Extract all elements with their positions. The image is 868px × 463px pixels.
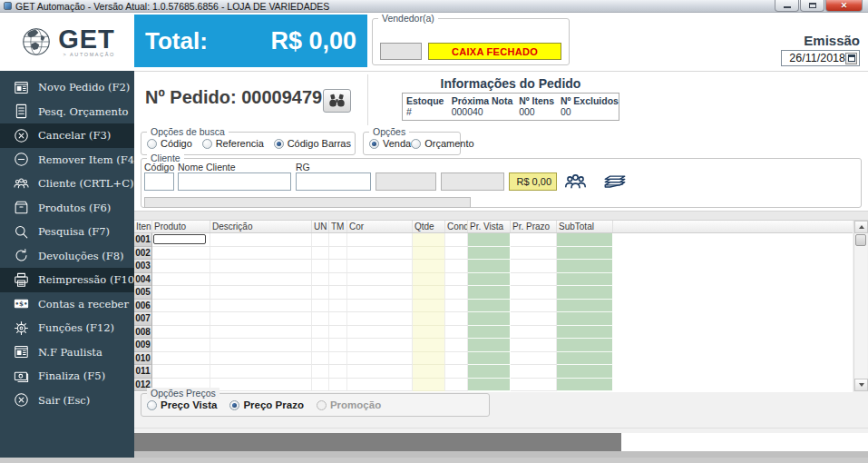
sidebar-item-finaliza-f5[interactable]: Finaliza (F5)	[0, 364, 134, 389]
column-header-cor[interactable]: Cor	[347, 221, 413, 232]
cell-descricao[interactable]	[210, 326, 312, 340]
cell-pr-vista[interactable]	[468, 326, 511, 340]
cell-produto[interactable]	[152, 312, 210, 326]
radio-venda[interactable]: Venda	[369, 138, 411, 149]
cell-subtotal[interactable]	[557, 326, 613, 340]
cell-qtde[interactable]	[413, 260, 445, 273]
sidebar-item-n-f-paulista[interactable]: N.F Paulista	[0, 340, 134, 365]
cell-cond[interactable]	[445, 273, 468, 287]
cell-pr-prazo[interactable]	[511, 247, 557, 261]
cell-subtotal[interactable]	[557, 286, 613, 300]
cell-descricao[interactable]	[210, 286, 312, 300]
cell-qtde[interactable]	[413, 273, 445, 287]
cell-un[interactable]	[312, 326, 329, 340]
table-row-010[interactable]: 010	[134, 352, 853, 366]
cell-un[interactable]	[312, 352, 329, 366]
cell-descricao[interactable]	[210, 300, 312, 313]
column-header-pr-vista[interactable]: Pr. Vista	[468, 221, 511, 232]
cell-qtde[interactable]	[413, 286, 445, 300]
radio-codigo-barras[interactable]: Código Barras	[274, 138, 351, 149]
cell-tm[interactable]	[329, 233, 347, 247]
cell-qtde[interactable]	[413, 326, 445, 340]
cell-tm[interactable]	[329, 273, 347, 287]
table-row-011[interactable]: 011	[134, 365, 853, 379]
cell-produto[interactable]	[152, 352, 210, 366]
cell-pr-vista[interactable]	[468, 339, 511, 352]
cell-cor[interactable]	[347, 365, 413, 379]
cell-qtde[interactable]	[413, 247, 445, 261]
cell-cor[interactable]	[347, 339, 413, 352]
cell-subtotal[interactable]	[557, 247, 613, 261]
cell-tm[interactable]	[329, 326, 347, 340]
scroll-down-button[interactable]	[854, 379, 868, 391]
cell-pr-prazo[interactable]	[511, 312, 557, 326]
cell-cor[interactable]	[347, 260, 413, 273]
cell-produto[interactable]	[152, 326, 210, 340]
cell-pr-prazo[interactable]	[511, 326, 557, 340]
cell-produto[interactable]	[152, 365, 210, 379]
cell-un[interactable]	[312, 365, 329, 379]
radio-button-icon[interactable]	[147, 400, 157, 410]
clients-icon[interactable]	[563, 171, 588, 195]
cell-descricao[interactable]	[210, 260, 312, 273]
cell-descricao[interactable]	[210, 352, 312, 366]
radio-codigo[interactable]: Código	[147, 138, 192, 149]
sidebar-item-pesq-orcamento[interactable]: Pesq. Orçamento	[0, 100, 134, 124]
cell-tm[interactable]	[329, 312, 347, 326]
cell-un[interactable]	[312, 286, 329, 300]
cell-cond[interactable]	[445, 260, 468, 273]
cell-cor[interactable]	[347, 326, 413, 340]
codigo-input[interactable]	[144, 172, 174, 191]
cell-pr-prazo[interactable]	[511, 286, 557, 300]
cell-pr-prazo[interactable]	[511, 352, 557, 366]
vendedor-code-input[interactable]	[380, 43, 422, 60]
table-row-007[interactable]: 007	[134, 312, 853, 326]
cell-pr-vista[interactable]	[468, 352, 511, 366]
cell-qtde[interactable]	[413, 339, 445, 352]
cash-icon[interactable]	[602, 171, 628, 194]
minimize-button[interactable]	[775, 0, 799, 12]
sidebar-item-sair-esc[interactable]: Sair (Esc)	[0, 389, 134, 413]
table-row-005[interactable]: 005	[134, 286, 853, 300]
scroll-up-button[interactable]	[854, 221, 868, 233]
cell-descricao[interactable]	[210, 365, 312, 379]
cell-descricao[interactable]	[210, 339, 312, 352]
column-header-subtotal[interactable]: SubTotal	[557, 221, 613, 232]
cell-tm[interactable]	[329, 379, 347, 392]
cell-cor[interactable]	[347, 247, 413, 261]
cell-subtotal[interactable]	[557, 233, 613, 247]
cell-cor[interactable]	[347, 233, 413, 247]
cell-descricao[interactable]	[210, 233, 312, 247]
cell-un[interactable]	[312, 260, 329, 273]
cell-subtotal[interactable]	[557, 352, 613, 366]
window-titlebar[interactable]: GET Automação - Versão Atual: 1.0.57685.…	[0, 0, 868, 13]
emissao-date-field[interactable]: 26/11/2018	[781, 50, 860, 66]
radio-orcamento[interactable]: Orçamento	[411, 138, 473, 149]
cell-pr-vista[interactable]	[468, 286, 511, 300]
cell-qtde[interactable]	[413, 233, 445, 247]
nome-cliente-input[interactable]	[178, 172, 291, 191]
sidebar-item-produtos-f6[interactable]: Produtos (F6)	[0, 196, 134, 221]
cell-cond[interactable]	[445, 379, 468, 392]
cell-tm[interactable]	[329, 247, 347, 261]
cell-cor[interactable]	[347, 379, 413, 392]
cell-qtde[interactable]	[413, 379, 445, 392]
cell-qtde[interactable]	[413, 352, 445, 366]
cell-cor[interactable]	[347, 300, 413, 313]
radio-button-icon[interactable]	[147, 139, 157, 149]
cell-pr-vista[interactable]	[468, 312, 511, 326]
column-header-un[interactable]: UN	[312, 221, 329, 232]
cell-cor[interactable]	[347, 273, 413, 287]
cell-un[interactable]	[312, 312, 329, 326]
cell-descricao[interactable]	[210, 247, 312, 261]
radio-preco-vista[interactable]: Preço Vista	[147, 399, 217, 410]
rg-input[interactable]	[296, 172, 371, 191]
pedido-search-button[interactable]	[323, 89, 351, 113]
cell-cor[interactable]	[347, 312, 413, 326]
cell-cond[interactable]	[445, 312, 468, 326]
sidebar-item-contas-a-receber[interactable]: •$•Contas a receber	[0, 292, 134, 317]
cell-cond[interactable]	[445, 286, 468, 300]
sidebar-item-reimpressao-f10[interactable]: Reimpressão (F10)	[0, 268, 134, 292]
column-header-cond[interactable]: Cond	[445, 221, 468, 232]
cell-subtotal[interactable]	[557, 339, 613, 352]
